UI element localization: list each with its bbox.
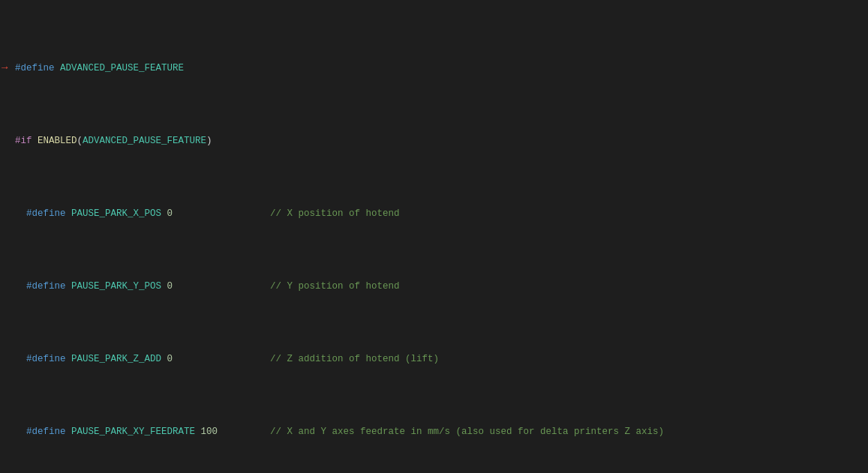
line-4: #define PAUSE_PARK_Y_POS 0 // Y position…: [0, 280, 868, 295]
define-kw: define: [21, 63, 55, 73]
macro-name: ADVANCED_PAUSE_FEATURE: [83, 136, 206, 146]
macro-name: PAUSE_PARK_Z_ADD: [71, 354, 161, 364]
code-segment: #define PAUSE_PARK_XY_FEEDRATE 100: [15, 425, 270, 439]
enabled-kw: ENABLED: [38, 136, 77, 146]
code-segment: #if ENABLED(ADVANCED_PAUSE_FEATURE): [15, 134, 270, 148]
comment: // Z addition of hotend (lift): [270, 352, 439, 367]
code-segment: #define ADVANCED_PAUSE_FEATURE: [15, 61, 270, 76]
value: 100: [201, 427, 218, 437]
comment: // X and Y axes feedrate in mm/s (also u…: [270, 425, 664, 439]
value: 0: [167, 354, 173, 364]
macro-name: PAUSE_PARK_X_POS: [71, 208, 161, 219]
line-5: #define PAUSE_PARK_Z_ADD 0 // Z addition…: [0, 352, 868, 367]
hash: #: [15, 63, 21, 73]
hash: #: [26, 281, 32, 292]
line-6: #define PAUSE_PARK_XY_FEEDRATE 100 // X …: [0, 425, 868, 440]
arrow-indicator: →: [2, 60, 8, 76]
define-kw: define: [32, 427, 66, 437]
hash: #: [26, 354, 32, 364]
macro-name: PAUSE_PARK_Y_POS: [71, 281, 161, 292]
code-segment: #define PAUSE_PARK_Y_POS 0: [15, 280, 270, 294]
code-segment: #define PAUSE_PARK_Z_ADD 0: [15, 352, 270, 367]
code-editor: → #define ADVANCED_PAUSE_FEATURE #if ENA…: [0, 0, 868, 473]
define-kw: define: [32, 281, 66, 292]
value: 0: [167, 281, 173, 292]
define-kw: define: [32, 208, 66, 219]
comment: // Y position of hotend: [270, 280, 400, 294]
if-kw: #if: [15, 136, 32, 146]
hash: #: [26, 427, 32, 437]
line-3: #define PAUSE_PARK_X_POS 0 // X position…: [0, 207, 868, 222]
hash: #: [26, 208, 32, 219]
macro-name: PAUSE_PARK_XY_FEEDRATE: [71, 427, 195, 437]
line-2: #if ENABLED(ADVANCED_PAUSE_FEATURE): [0, 134, 868, 149]
line-1: → #define ADVANCED_PAUSE_FEATURE: [0, 61, 868, 76]
macro-name: ADVANCED_PAUSE_FEATURE: [60, 63, 184, 73]
value: 0: [167, 208, 173, 219]
define-kw: define: [32, 354, 66, 364]
code-segment: #define PAUSE_PARK_X_POS 0: [15, 207, 270, 221]
comment: // X position of hotend: [270, 207, 400, 221]
